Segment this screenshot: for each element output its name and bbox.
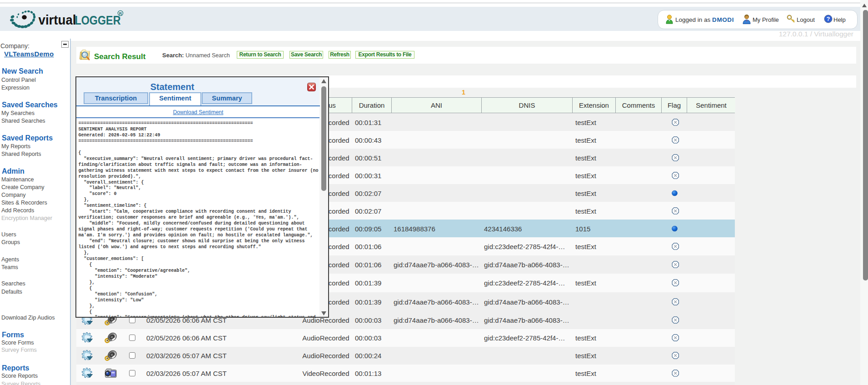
svg-text:R: R: [119, 11, 122, 16]
svg-text:?: ?: [827, 15, 830, 22]
svg-text:LOGGER: LOGGER: [75, 14, 121, 27]
svg-text:virtual: virtual: [39, 12, 76, 27]
